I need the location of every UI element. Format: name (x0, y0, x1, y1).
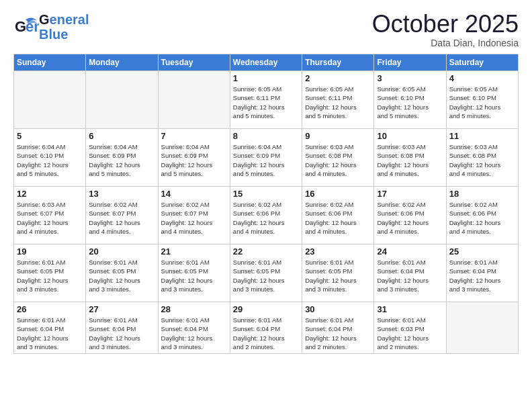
day-number: 13 (89, 189, 154, 199)
table-row: 9Sunrise: 6:03 AM Sunset: 6:08 PM Daylig… (302, 129, 374, 187)
table-row: 23Sunrise: 6:01 AM Sunset: 6:05 PM Dayli… (302, 244, 374, 302)
table-row: 28Sunrise: 6:01 AM Sunset: 6:04 PM Dayli… (158, 302, 230, 354)
table-row: 29Sunrise: 6:01 AM Sunset: 6:04 PM Dayli… (230, 302, 302, 354)
day-number: 27 (89, 304, 154, 314)
day-info: Sunrise: 6:04 AM Sunset: 6:10 PM Dayligh… (17, 142, 83, 178)
table-row: 13Sunrise: 6:02 AM Sunset: 6:07 PM Dayli… (86, 187, 158, 244)
header: G eneral General Blue October 2025 Data … (13, 12, 519, 48)
table-row: 7Sunrise: 6:04 AM Sunset: 6:09 PM Daylig… (158, 129, 230, 187)
table-row: 1Sunrise: 6:05 AM Sunset: 6:11 PM Daylig… (230, 71, 302, 129)
calendar-table: Sunday Monday Tuesday Wednesday Thursday… (13, 54, 519, 354)
day-info: Sunrise: 6:01 AM Sunset: 6:05 PM Dayligh… (161, 258, 227, 293)
day-number: 14 (161, 189, 227, 199)
day-info: Sunrise: 6:01 AM Sunset: 6:05 PM Dayligh… (233, 258, 299, 293)
day-info: Sunrise: 6:01 AM Sunset: 6:05 PM Dayligh… (17, 258, 83, 293)
day-number: 31 (377, 304, 443, 314)
day-number: 21 (161, 246, 227, 257)
table-row: 26Sunrise: 6:01 AM Sunset: 6:04 PM Dayli… (14, 302, 86, 354)
day-info: Sunrise: 6:01 AM Sunset: 6:04 PM Dayligh… (17, 316, 83, 351)
table-row: 17Sunrise: 6:02 AM Sunset: 6:06 PM Dayli… (374, 187, 446, 244)
day-info: Sunrise: 6:02 AM Sunset: 6:07 PM Dayligh… (161, 200, 227, 236)
header-row: Sunday Monday Tuesday Wednesday Thursday… (14, 54, 519, 71)
location-subtitle: Data Dian, Indonesia (372, 38, 519, 48)
col-friday: Friday (374, 54, 446, 71)
title-block: October 2025 Data Dian, Indonesia (372, 12, 519, 48)
day-info: Sunrise: 6:01 AM Sunset: 6:03 PM Dayligh… (377, 316, 443, 351)
table-row: 5Sunrise: 6:04 AM Sunset: 6:10 PM Daylig… (14, 129, 86, 187)
day-number: 4 (449, 73, 515, 83)
day-info: Sunrise: 6:01 AM Sunset: 6:04 PM Dayligh… (449, 258, 515, 293)
day-info: Sunrise: 6:01 AM Sunset: 6:05 PM Dayligh… (305, 258, 371, 293)
day-info: Sunrise: 6:04 AM Sunset: 6:09 PM Dayligh… (233, 142, 299, 178)
day-info: Sunrise: 6:02 AM Sunset: 6:06 PM Dayligh… (233, 200, 299, 236)
table-row: 4Sunrise: 6:05 AM Sunset: 6:10 PM Daylig… (446, 71, 518, 129)
svg-text:eneral: eneral (26, 18, 39, 35)
day-number: 25 (449, 246, 515, 257)
day-info: Sunrise: 6:03 AM Sunset: 6:08 PM Dayligh… (377, 142, 443, 178)
table-row (14, 71, 86, 129)
logo-line2: Blue (39, 27, 89, 42)
table-row: 19Sunrise: 6:01 AM Sunset: 6:05 PM Dayli… (14, 244, 86, 302)
table-row: 25Sunrise: 6:01 AM Sunset: 6:04 PM Dayli… (446, 244, 518, 302)
day-info: Sunrise: 6:02 AM Sunset: 6:07 PM Dayligh… (89, 200, 154, 236)
table-row (86, 71, 158, 129)
day-info: Sunrise: 6:05 AM Sunset: 6:10 PM Dayligh… (377, 85, 443, 120)
table-row: 12Sunrise: 6:03 AM Sunset: 6:07 PM Dayli… (14, 187, 86, 244)
day-number: 10 (377, 131, 443, 141)
day-number: 11 (449, 131, 515, 141)
day-number: 26 (17, 304, 83, 314)
day-number: 29 (233, 304, 299, 314)
day-number: 5 (17, 131, 83, 141)
table-row (446, 302, 518, 354)
day-number: 3 (377, 73, 443, 83)
day-info: Sunrise: 6:01 AM Sunset: 6:04 PM Dayligh… (233, 316, 299, 351)
day-number: 23 (305, 246, 371, 257)
col-wednesday: Wednesday (230, 54, 302, 71)
month-title: October 2025 (372, 12, 519, 36)
table-row: 31Sunrise: 6:01 AM Sunset: 6:03 PM Dayli… (374, 302, 446, 354)
svg-text:G: G (15, 18, 26, 35)
table-row: 14Sunrise: 6:02 AM Sunset: 6:07 PM Dayli… (158, 187, 230, 244)
day-number: 8 (233, 131, 299, 141)
table-row: 18Sunrise: 6:02 AM Sunset: 6:06 PM Dayli… (446, 187, 518, 244)
day-number: 7 (161, 131, 227, 141)
table-row: 21Sunrise: 6:01 AM Sunset: 6:05 PM Dayli… (158, 244, 230, 302)
day-info: Sunrise: 6:01 AM Sunset: 6:05 PM Dayligh… (89, 258, 154, 293)
day-number: 30 (305, 304, 371, 314)
logo-icon: G eneral (13, 14, 39, 40)
day-number: 28 (161, 304, 227, 314)
day-number: 19 (17, 246, 83, 257)
table-row: 11Sunrise: 6:03 AM Sunset: 6:08 PM Dayli… (446, 129, 518, 187)
day-number: 6 (89, 131, 154, 141)
table-row: 20Sunrise: 6:01 AM Sunset: 6:05 PM Dayli… (86, 244, 158, 302)
table-row: 8Sunrise: 6:04 AM Sunset: 6:09 PM Daylig… (230, 129, 302, 187)
day-info: Sunrise: 6:03 AM Sunset: 6:08 PM Dayligh… (449, 142, 515, 178)
table-row: 27Sunrise: 6:01 AM Sunset: 6:04 PM Dayli… (86, 302, 158, 354)
day-info: Sunrise: 6:02 AM Sunset: 6:06 PM Dayligh… (377, 200, 443, 236)
day-info: Sunrise: 6:01 AM Sunset: 6:04 PM Dayligh… (161, 316, 227, 351)
table-row: 3Sunrise: 6:05 AM Sunset: 6:10 PM Daylig… (374, 71, 446, 129)
day-info: Sunrise: 6:05 AM Sunset: 6:10 PM Dayligh… (449, 85, 515, 120)
col-monday: Monday (86, 54, 158, 71)
table-row: 15Sunrise: 6:02 AM Sunset: 6:06 PM Dayli… (230, 187, 302, 244)
day-number: 17 (377, 189, 443, 199)
table-row: 6Sunrise: 6:04 AM Sunset: 6:09 PM Daylig… (86, 129, 158, 187)
table-row: 2Sunrise: 6:05 AM Sunset: 6:11 PM Daylig… (302, 71, 374, 129)
logo: G eneral General Blue (13, 12, 89, 42)
col-saturday: Saturday (446, 54, 518, 71)
day-info: Sunrise: 6:02 AM Sunset: 6:06 PM Dayligh… (305, 200, 371, 236)
day-info: Sunrise: 6:04 AM Sunset: 6:09 PM Dayligh… (161, 142, 227, 178)
col-tuesday: Tuesday (158, 54, 230, 71)
table-row (158, 71, 230, 129)
day-number: 9 (305, 131, 371, 141)
day-number: 24 (377, 246, 443, 257)
table-row: 10Sunrise: 6:03 AM Sunset: 6:08 PM Dayli… (374, 129, 446, 187)
calendar-page: G eneral General Blue October 2025 Data … (0, 0, 532, 411)
calendar-body: 1Sunrise: 6:05 AM Sunset: 6:11 PM Daylig… (14, 71, 519, 354)
day-info: Sunrise: 6:03 AM Sunset: 6:08 PM Dayligh… (305, 142, 371, 178)
day-number: 22 (233, 246, 299, 257)
table-row: 16Sunrise: 6:02 AM Sunset: 6:06 PM Dayli… (302, 187, 374, 244)
day-number: 2 (305, 73, 371, 83)
day-number: 15 (233, 189, 299, 199)
col-sunday: Sunday (14, 54, 86, 71)
